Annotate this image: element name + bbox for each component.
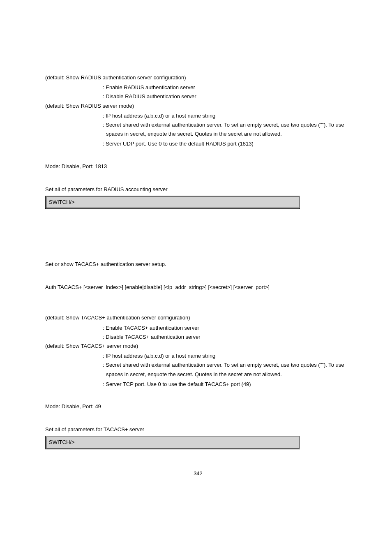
radius-secret-line: : Secret shared with external authentica… (45, 121, 351, 129)
radius-server-index-note: (default: Show RADIUS authentication ser… (45, 74, 351, 81)
tacacs-enable-line: : Enable TACACS+ authentication server (45, 324, 351, 332)
radius-default-setting: Mode: Disable, Port: 1813 (45, 163, 351, 170)
tacacs-cmd-text: SWITCH/> (49, 439, 74, 445)
tacacs-enable-desc: : Enable TACACS+ authentication server (103, 324, 351, 332)
tacacs-disable-desc: : Disable TACACS+ authentication server (103, 333, 351, 341)
tacacs-disable-line: : Disable TACACS+ authentication server (45, 333, 351, 341)
radius-enable-desc: : Enable RADIUS authentication server (103, 84, 351, 91)
radius-secret-desc-2: spaces in secret, enquote the secret. Qu… (106, 130, 351, 138)
param-label (45, 121, 103, 129)
tacacs-default-setting: Mode: Disable, Port: 49 (45, 403, 351, 410)
tacacs-syntax: Auth TACACS+ [<server_index>] [enable|di… (45, 284, 351, 291)
tacacs-port-desc: : Server TCP port. Use 0 to use the defa… (103, 381, 351, 388)
tacacs-secret-desc-1: : Secret shared with external authentica… (103, 361, 351, 369)
param-label (45, 140, 103, 148)
tacacs-ip-desc: : IP host address (a.b.c.d) or a host na… (103, 352, 351, 360)
param-label (45, 333, 103, 341)
radius-ip-line: : IP host address (a.b.c.d) or a host na… (45, 112, 351, 120)
tacacs-description: Set or show TACACS+ authentication serve… (45, 261, 351, 268)
tacacs-ip-line: : IP host address (a.b.c.d) or a host na… (45, 352, 351, 360)
radius-disable-desc: : Disable RADIUS authentication server (103, 93, 351, 100)
page: (default: Show RADIUS authentication ser… (0, 0, 392, 555)
radius-port-line: : Server UDP port. Use 0 to use the defa… (45, 140, 351, 148)
param-label (45, 361, 103, 369)
radius-secret-desc-1: : Secret shared with external authentica… (103, 121, 351, 129)
tacacs-cmd-box: SWITCH/> (45, 436, 300, 449)
page-number: 342 (45, 470, 351, 477)
tacacs-example-desc: Set all of parameters for TACACS+ server (45, 426, 351, 433)
radius-disable-line: : Disable RADIUS authentication server (45, 93, 351, 100)
param-label (45, 324, 103, 332)
tacacs-secret-line: : Secret shared with external authentica… (45, 361, 351, 369)
param-label (45, 112, 103, 120)
radius-port-desc: : Server UDP port. Use 0 to use the defa… (103, 140, 351, 148)
radius-example-desc: Set all of parameters for RADIUS account… (45, 186, 351, 193)
tacacs-mode-note: (default: Show TACACS+ server mode) (45, 342, 351, 350)
param-label (45, 84, 103, 91)
radius-mode-note: (default: Show RADIUS server mode) (45, 102, 351, 110)
param-label (45, 93, 103, 100)
tacacs-port-line: : Server TCP port. Use 0 to use the defa… (45, 381, 351, 388)
radius-enable-line: : Enable RADIUS authentication server (45, 84, 351, 91)
tacacs-server-index-note: (default: Show TACACS+ authentication se… (45, 314, 351, 321)
param-label (45, 381, 103, 388)
radius-cmd-box: SWITCH/> (45, 196, 300, 209)
tacacs-secret-desc-2: spaces in secret, enquote the secret. Qu… (106, 371, 351, 378)
param-label (45, 352, 103, 360)
radius-ip-desc: : IP host address (a.b.c.d) or a host na… (103, 112, 351, 120)
radius-cmd-text: SWITCH/> (49, 199, 74, 205)
